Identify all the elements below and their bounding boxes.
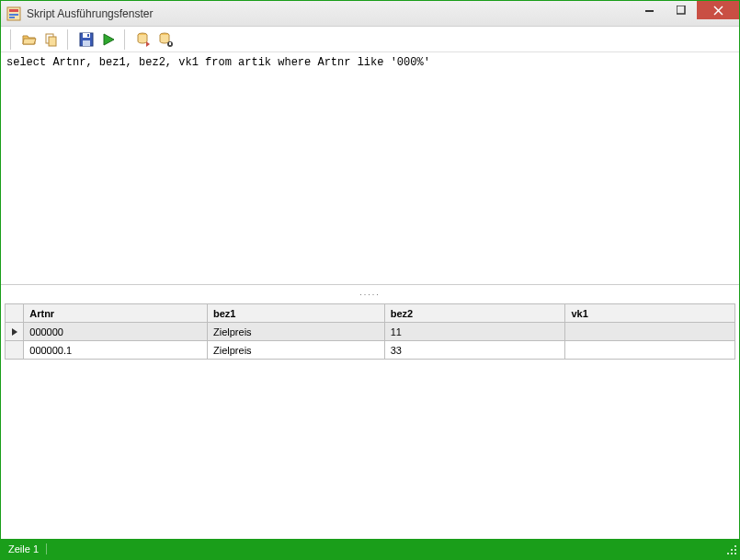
svg-point-25	[731, 553, 733, 554]
svg-rect-12	[83, 40, 90, 46]
svg-marker-14	[104, 34, 114, 45]
table-row[interactable]: 000000.1 Zielpreis 33	[6, 341, 735, 360]
status-line-info: Zeile 1	[8, 543, 47, 554]
splitter-handle[interactable]: .....	[1, 285, 739, 300]
toolbar-separator	[124, 29, 128, 50]
export-button[interactable]	[133, 29, 154, 50]
column-header[interactable]: bez2	[384, 304, 565, 323]
cell[interactable]: 000000	[24, 323, 208, 341]
cell[interactable]: Zielpreis	[208, 323, 385, 341]
toolbar	[1, 27, 739, 52]
save-button[interactable]	[76, 29, 97, 50]
app-icon	[6, 6, 21, 21]
cell[interactable]: 33	[384, 341, 565, 360]
save-icon	[79, 32, 94, 47]
editor-pane	[1, 52, 739, 285]
folder-open-icon	[22, 32, 37, 47]
svg-point-23	[734, 549, 736, 551]
column-header[interactable]: Artnr	[24, 304, 208, 323]
current-row-indicator-icon	[6, 323, 24, 341]
window-title: Skript Ausführungsfenster	[27, 7, 634, 20]
database-script-icon	[158, 32, 173, 47]
copy-button[interactable]	[41, 29, 62, 50]
close-button[interactable]	[697, 1, 739, 19]
cell[interactable]: 11	[384, 323, 565, 341]
svg-point-24	[727, 553, 729, 554]
window-controls	[634, 1, 739, 26]
row-indicator	[6, 341, 24, 360]
svg-point-21	[734, 545, 736, 547]
cell[interactable]: 000000.1	[24, 341, 208, 360]
resize-grip-icon[interactable]	[726, 544, 737, 557]
svg-rect-13	[87, 34, 89, 37]
column-header[interactable]: vk1	[565, 304, 735, 323]
table-row[interactable]: 000000 Zielpreis 11	[6, 323, 735, 341]
toolbar-separator	[67, 29, 71, 50]
results-pane: Artnr bez1 bez2 vk1 000000 Zielpreis 11	[1, 300, 739, 539]
column-header[interactable]: bez1	[208, 304, 385, 323]
open-button[interactable]	[19, 29, 40, 50]
svg-rect-4	[645, 10, 654, 12]
svg-rect-19	[169, 42, 171, 45]
svg-point-26	[734, 553, 736, 554]
script-executor-window: Skript Ausführungsfenster	[0, 0, 740, 560]
toolbar-separator	[10, 29, 14, 50]
export-script-button[interactable]	[155, 29, 176, 50]
svg-rect-1	[9, 9, 18, 12]
sql-editor[interactable]	[3, 54, 737, 282]
run-button[interactable]	[98, 29, 119, 50]
svg-point-22	[731, 549, 733, 551]
svg-rect-9	[49, 37, 56, 46]
svg-rect-2	[9, 14, 18, 16]
svg-marker-16	[146, 41, 150, 47]
titlebar[interactable]: Skript Ausführungsfenster	[1, 1, 739, 27]
minimize-button[interactable]	[634, 1, 666, 19]
svg-rect-3	[9, 17, 15, 18]
maximize-button[interactable]	[666, 1, 697, 19]
row-indicator-header	[6, 304, 24, 323]
copy-icon	[44, 32, 59, 47]
cell[interactable]: Zielpreis	[208, 341, 385, 360]
cell[interactable]	[565, 323, 735, 341]
results-grid[interactable]: Artnr bez1 bez2 vk1 000000 Zielpreis 11	[5, 303, 735, 360]
play-icon	[101, 32, 116, 47]
statusbar: Zeile 1	[1, 539, 739, 559]
svg-marker-20	[12, 328, 17, 336]
cell[interactable]	[565, 341, 735, 360]
svg-rect-5	[677, 6, 685, 14]
database-export-icon	[136, 32, 151, 47]
